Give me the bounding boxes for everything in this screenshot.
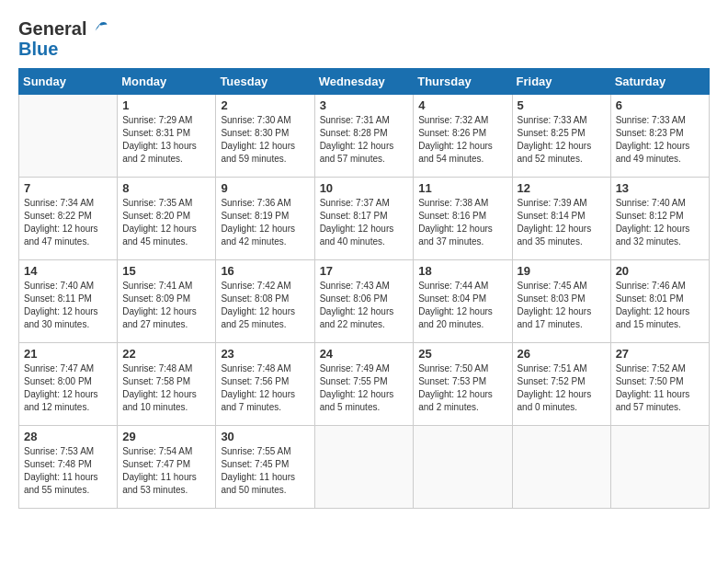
calendar-cell: 21Sunrise: 7:47 AM Sunset: 8:00 PM Dayli… bbox=[19, 343, 118, 426]
day-info: Sunrise: 7:38 AM Sunset: 8:16 PM Dayligh… bbox=[418, 197, 506, 248]
day-of-week-thursday: Thursday bbox=[414, 69, 512, 95]
calendar-cell: 13Sunrise: 7:40 AM Sunset: 8:12 PM Dayli… bbox=[610, 178, 709, 260]
day-of-week-tuesday: Tuesday bbox=[216, 69, 314, 95]
calendar-cell bbox=[512, 426, 610, 509]
calendar-week-row: 1Sunrise: 7:29 AM Sunset: 8:31 PM Daylig… bbox=[19, 95, 710, 178]
calendar-cell: 23Sunrise: 7:48 AM Sunset: 7:56 PM Dayli… bbox=[216, 343, 314, 426]
calendar-cell bbox=[414, 426, 512, 509]
day-number: 5 bbox=[518, 98, 606, 112]
calendar-cell bbox=[610, 426, 709, 509]
day-info: Sunrise: 7:49 AM Sunset: 7:55 PM Dayligh… bbox=[320, 362, 409, 414]
calendar-header-row: SundayMondayTuesdayWednesdayThursdayFrid… bbox=[19, 69, 710, 95]
day-info: Sunrise: 7:39 AM Sunset: 8:14 PM Dayligh… bbox=[518, 197, 606, 248]
calendar-cell: 22Sunrise: 7:48 AM Sunset: 7:58 PM Dayli… bbox=[118, 343, 216, 426]
calendar-cell: 11Sunrise: 7:38 AM Sunset: 8:16 PM Dayli… bbox=[414, 178, 512, 260]
day-info: Sunrise: 7:44 AM Sunset: 8:04 PM Dayligh… bbox=[418, 280, 506, 331]
calendar-cell: 8Sunrise: 7:35 AM Sunset: 8:20 PM Daylig… bbox=[118, 178, 216, 260]
day-number: 17 bbox=[320, 264, 409, 278]
day-number: 21 bbox=[24, 347, 112, 361]
day-info: Sunrise: 7:33 AM Sunset: 8:25 PM Dayligh… bbox=[518, 114, 606, 166]
calendar-cell bbox=[314, 426, 414, 509]
day-info: Sunrise: 7:54 AM Sunset: 7:47 PM Dayligh… bbox=[122, 445, 210, 497]
day-number: 9 bbox=[221, 181, 309, 195]
day-number: 27 bbox=[616, 347, 704, 361]
day-number: 4 bbox=[418, 98, 506, 112]
calendar-cell: 17Sunrise: 7:43 AM Sunset: 8:06 PM Dayli… bbox=[314, 260, 414, 343]
day-number: 26 bbox=[518, 347, 606, 361]
calendar-week-row: 14Sunrise: 7:40 AM Sunset: 8:11 PM Dayli… bbox=[19, 260, 710, 343]
day-info: Sunrise: 7:32 AM Sunset: 8:26 PM Dayligh… bbox=[418, 114, 506, 166]
logo-top-row: General bbox=[18, 18, 108, 39]
day-info: Sunrise: 7:52 AM Sunset: 7:50 PM Dayligh… bbox=[616, 362, 704, 414]
calendar-cell: 5Sunrise: 7:33 AM Sunset: 8:25 PM Daylig… bbox=[512, 95, 610, 178]
calendar-cell: 10Sunrise: 7:37 AM Sunset: 8:17 PM Dayli… bbox=[314, 178, 414, 260]
calendar-cell: 25Sunrise: 7:50 AM Sunset: 7:53 PM Dayli… bbox=[414, 343, 512, 426]
day-number: 30 bbox=[221, 430, 309, 443]
calendar-cell bbox=[19, 95, 118, 178]
day-info: Sunrise: 7:30 AM Sunset: 8:30 PM Dayligh… bbox=[221, 114, 309, 166]
day-number: 12 bbox=[518, 181, 606, 195]
day-info: Sunrise: 7:33 AM Sunset: 8:23 PM Dayligh… bbox=[616, 114, 704, 166]
day-number: 10 bbox=[320, 181, 409, 195]
day-info: Sunrise: 7:42 AM Sunset: 8:08 PM Dayligh… bbox=[221, 280, 309, 331]
day-number: 13 bbox=[616, 181, 704, 195]
day-number: 23 bbox=[221, 347, 309, 361]
day-number: 20 bbox=[616, 264, 704, 278]
day-of-week-sunday: Sunday bbox=[19, 69, 118, 95]
calendar-cell: 19Sunrise: 7:45 AM Sunset: 8:03 PM Dayli… bbox=[512, 260, 610, 343]
day-of-week-monday: Monday bbox=[118, 69, 216, 95]
logo-general-word: General bbox=[18, 18, 86, 39]
day-number: 3 bbox=[320, 98, 409, 112]
day-number: 11 bbox=[418, 181, 506, 195]
page-header: General Blue bbox=[18, 18, 710, 59]
day-of-week-saturday: Saturday bbox=[610, 69, 709, 95]
day-number: 7 bbox=[24, 181, 112, 195]
day-info: Sunrise: 7:40 AM Sunset: 8:11 PM Dayligh… bbox=[24, 280, 112, 331]
calendar-week-row: 28Sunrise: 7:53 AM Sunset: 7:48 PM Dayli… bbox=[19, 426, 710, 509]
day-number: 16 bbox=[221, 264, 309, 278]
calendar-cell: 12Sunrise: 7:39 AM Sunset: 8:14 PM Dayli… bbox=[512, 178, 610, 260]
day-info: Sunrise: 7:31 AM Sunset: 8:28 PM Dayligh… bbox=[320, 114, 409, 166]
calendar-cell: 18Sunrise: 7:44 AM Sunset: 8:04 PM Dayli… bbox=[414, 260, 512, 343]
day-number: 19 bbox=[518, 264, 606, 278]
day-info: Sunrise: 7:46 AM Sunset: 8:01 PM Dayligh… bbox=[616, 280, 704, 331]
day-number: 29 bbox=[122, 430, 210, 443]
calendar-cell: 1Sunrise: 7:29 AM Sunset: 8:31 PM Daylig… bbox=[118, 95, 216, 178]
logo-container: General Blue bbox=[18, 18, 108, 59]
logo-bird-graphic bbox=[86, 19, 108, 38]
day-number: 15 bbox=[122, 264, 210, 278]
calendar-cell: 2Sunrise: 7:30 AM Sunset: 8:30 PM Daylig… bbox=[216, 95, 314, 178]
day-info: Sunrise: 7:35 AM Sunset: 8:20 PM Dayligh… bbox=[122, 197, 210, 248]
day-number: 22 bbox=[122, 347, 210, 361]
calendar-cell: 29Sunrise: 7:54 AM Sunset: 7:47 PM Dayli… bbox=[118, 426, 216, 509]
day-info: Sunrise: 7:48 AM Sunset: 7:56 PM Dayligh… bbox=[221, 362, 309, 414]
calendar-cell: 20Sunrise: 7:46 AM Sunset: 8:01 PM Dayli… bbox=[610, 260, 709, 343]
day-info: Sunrise: 7:48 AM Sunset: 7:58 PM Dayligh… bbox=[122, 362, 210, 414]
logo-text-block: General Blue bbox=[18, 18, 108, 59]
calendar-cell: 3Sunrise: 7:31 AM Sunset: 8:28 PM Daylig… bbox=[314, 95, 414, 178]
calendar-week-row: 21Sunrise: 7:47 AM Sunset: 8:00 PM Dayli… bbox=[19, 343, 710, 426]
day-info: Sunrise: 7:45 AM Sunset: 8:03 PM Dayligh… bbox=[518, 280, 606, 331]
day-info: Sunrise: 7:53 AM Sunset: 7:48 PM Dayligh… bbox=[24, 445, 112, 497]
day-number: 25 bbox=[418, 347, 506, 361]
calendar-cell: 24Sunrise: 7:49 AM Sunset: 7:55 PM Dayli… bbox=[314, 343, 414, 426]
day-info: Sunrise: 7:43 AM Sunset: 8:06 PM Dayligh… bbox=[320, 280, 409, 331]
calendar-cell: 30Sunrise: 7:55 AM Sunset: 7:45 PM Dayli… bbox=[216, 426, 314, 509]
logo: General Blue bbox=[18, 18, 108, 59]
day-number: 6 bbox=[616, 98, 704, 112]
calendar-cell: 14Sunrise: 7:40 AM Sunset: 8:11 PM Dayli… bbox=[19, 260, 118, 343]
logo-blue-word: Blue bbox=[18, 39, 108, 59]
calendar-cell: 26Sunrise: 7:51 AM Sunset: 7:52 PM Dayli… bbox=[512, 343, 610, 426]
calendar-cell: 9Sunrise: 7:36 AM Sunset: 8:19 PM Daylig… bbox=[216, 178, 314, 260]
calendar-cell: 28Sunrise: 7:53 AM Sunset: 7:48 PM Dayli… bbox=[19, 426, 118, 509]
calendar-cell: 15Sunrise: 7:41 AM Sunset: 8:09 PM Dayli… bbox=[118, 260, 216, 343]
day-of-week-wednesday: Wednesday bbox=[314, 69, 414, 95]
day-number: 8 bbox=[122, 181, 210, 195]
day-info: Sunrise: 7:55 AM Sunset: 7:45 PM Dayligh… bbox=[221, 445, 309, 497]
calendar-cell: 7Sunrise: 7:34 AM Sunset: 8:22 PM Daylig… bbox=[19, 178, 118, 260]
day-number: 24 bbox=[320, 347, 409, 361]
calendar-cell: 27Sunrise: 7:52 AM Sunset: 7:50 PM Dayli… bbox=[610, 343, 709, 426]
day-info: Sunrise: 7:29 AM Sunset: 8:31 PM Dayligh… bbox=[122, 114, 210, 166]
day-info: Sunrise: 7:41 AM Sunset: 8:09 PM Dayligh… bbox=[122, 280, 210, 331]
day-info: Sunrise: 7:47 AM Sunset: 8:00 PM Dayligh… bbox=[24, 362, 112, 414]
